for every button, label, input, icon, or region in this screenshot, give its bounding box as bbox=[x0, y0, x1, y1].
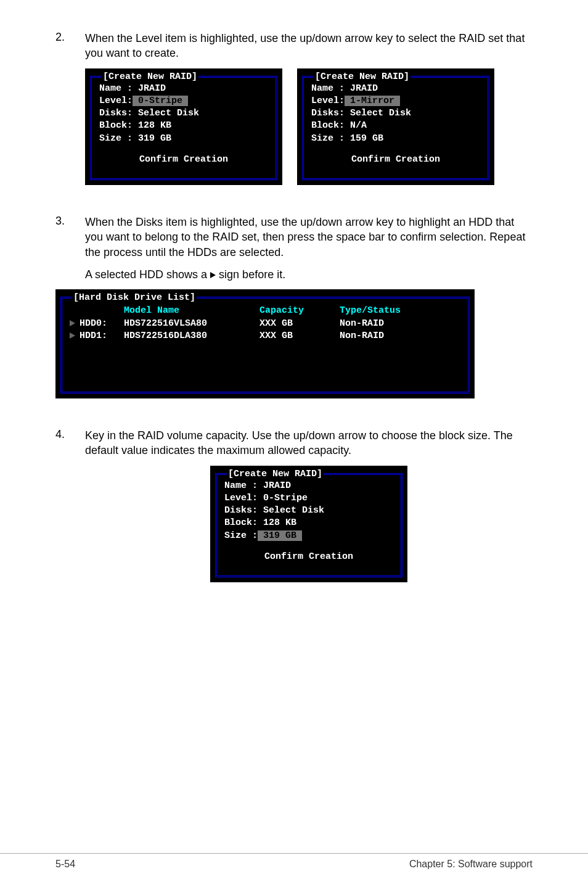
hdd-id: HDD1: bbox=[80, 330, 124, 342]
selected-icon bbox=[70, 320, 75, 326]
confirm-creation[interactable]: Confirm Creation bbox=[99, 154, 268, 166]
field-name: Name : JRAID bbox=[311, 83, 480, 95]
hdd-id: HDD0: bbox=[80, 318, 124, 330]
triangle-icon bbox=[210, 272, 216, 278]
hdr-capacity: Capacity bbox=[259, 305, 340, 317]
step-subtext: A selected HDD shows a sign before it. bbox=[85, 267, 533, 282]
field-size: Size : 319 GB bbox=[99, 133, 268, 145]
field-level-value[interactable]: 1-Mirror bbox=[345, 96, 400, 106]
hdd-model: HDS722516DLA380 bbox=[124, 330, 259, 342]
step-text: Key in the RAID volume capacity. Use the… bbox=[85, 428, 533, 458]
selected-icon bbox=[70, 332, 75, 339]
confirm-creation[interactable]: Confirm Creation bbox=[224, 551, 393, 563]
hdr-model: Model Name bbox=[124, 305, 259, 317]
hdd-cap: XXX GB bbox=[259, 318, 340, 330]
panel-title: [Create New RAID] bbox=[227, 469, 324, 479]
hdd-row[interactable]: HDD0: HDS722516VLSA80 XXX GB Non-RAID bbox=[70, 318, 460, 330]
field-disks: Disks: Select Disk bbox=[224, 505, 393, 517]
field-disks: Disks: Select Disk bbox=[99, 107, 268, 120]
hdd-type: Non-RAID bbox=[340, 318, 460, 330]
step-text: When the Disks item is highlighted, use … bbox=[85, 215, 533, 260]
field-size-value[interactable]: 319 GB bbox=[258, 530, 302, 541]
bios-panel-mirror: [Create New RAID] Name : JRAID Level: 1-… bbox=[297, 68, 494, 186]
hdd-cap: XXX GB bbox=[259, 330, 340, 342]
field-size: Size : 159 GB bbox=[311, 133, 480, 145]
field-name: Name : JRAID bbox=[224, 480, 393, 492]
field-name: Name : JRAID bbox=[99, 83, 268, 95]
field-disks: Disks: Select Disk bbox=[311, 107, 480, 120]
bios-panel-size: [Create New RAID] Name : JRAID Level: 0-… bbox=[210, 466, 407, 583]
panel-title: [Create New RAID] bbox=[102, 72, 198, 82]
hdr-type: Type/Status bbox=[340, 305, 460, 317]
field-block: Block: 128 KB bbox=[224, 517, 393, 529]
field-level-key: Level: bbox=[311, 96, 345, 106]
panel-title: [Create New RAID] bbox=[314, 72, 410, 82]
field-level-value[interactable]: 0-Stripe bbox=[133, 96, 188, 106]
field-block: Block: N/A bbox=[311, 120, 480, 132]
field-size-key: Size : bbox=[224, 530, 258, 541]
step-text: When the Level item is highlighted, use … bbox=[85, 31, 533, 61]
field-level: Level: 0-Stripe bbox=[224, 492, 393, 505]
step-number: 4. bbox=[55, 428, 85, 601]
field-level-key: Level: bbox=[99, 96, 133, 106]
bios-panel-hdd-list: [Hard Disk Drive List] Model Name Capaci… bbox=[55, 289, 475, 398]
field-block: Block: 128 KB bbox=[99, 120, 268, 132]
bios-panel-stripe: [Create New RAID] Name : JRAID Level: 0-… bbox=[85, 68, 282, 186]
step-number: 2. bbox=[55, 31, 85, 204]
confirm-creation[interactable]: Confirm Creation bbox=[311, 154, 480, 166]
hdd-type: Non-RAID bbox=[340, 330, 460, 342]
panel-title: [Hard Disk Drive List] bbox=[72, 292, 197, 303]
hdd-row[interactable]: HDD1: HDS722516DLA380 XXX GB Non-RAID bbox=[70, 330, 460, 342]
hdd-model: HDS722516VLSA80 bbox=[124, 318, 259, 330]
